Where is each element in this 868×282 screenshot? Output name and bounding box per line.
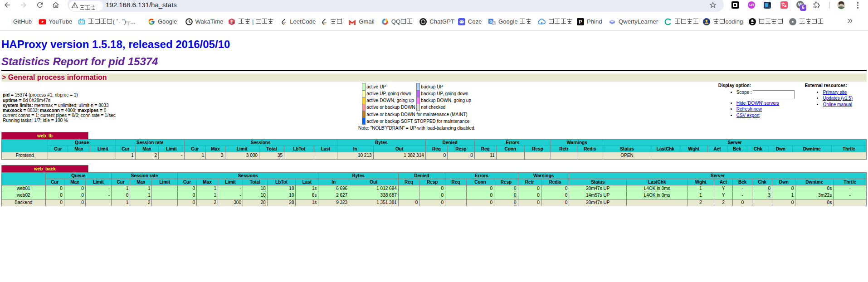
svg-text:A: A: [784, 4, 787, 8]
svg-text:A: A: [493, 21, 495, 25]
svg-text:P: P: [579, 19, 582, 24]
